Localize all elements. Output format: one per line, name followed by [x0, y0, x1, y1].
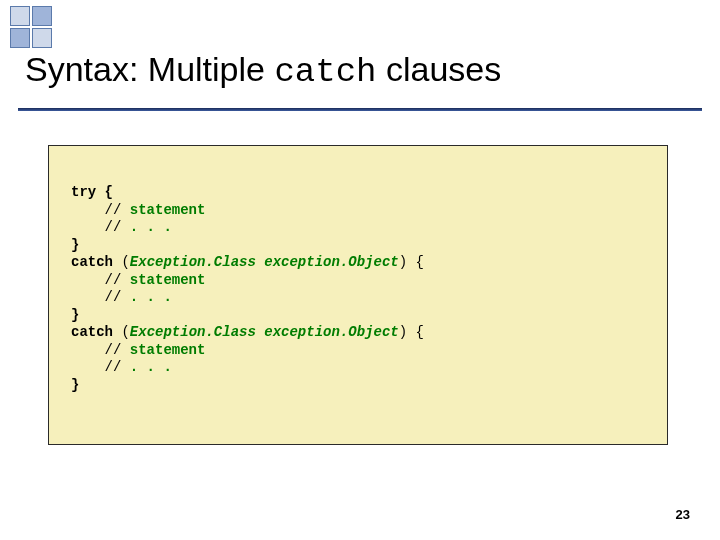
- code-space: [256, 324, 264, 340]
- code-ellipsis: . . .: [130, 219, 172, 235]
- code-indent: //: [71, 342, 130, 358]
- title-suffix: clauses: [376, 50, 501, 88]
- code-statement: statement: [130, 202, 206, 218]
- code-keyword: catch: [71, 324, 121, 340]
- code-indent: //: [71, 289, 130, 305]
- code-paren: (: [121, 324, 129, 340]
- code-paren: (: [121, 254, 129, 270]
- code-line: }: [71, 237, 79, 253]
- title-mono: catch: [274, 53, 376, 91]
- corner-decoration: [10, 6, 74, 48]
- code-indent: //: [71, 202, 130, 218]
- code-line: }: [71, 377, 79, 393]
- page-number: 23: [676, 507, 690, 522]
- code-line: }: [71, 307, 79, 323]
- title-underline: [18, 108, 702, 111]
- code-paren: ) {: [399, 254, 424, 270]
- title-prefix: Syntax: Multiple: [25, 50, 274, 88]
- code-keyword: catch: [71, 254, 121, 270]
- slide: Syntax: Multiple catch clauses try { // …: [0, 0, 720, 540]
- code-space: [256, 254, 264, 270]
- code-exception-object: exception.Object: [264, 254, 398, 270]
- code-paren: ) {: [399, 324, 424, 340]
- code-ellipsis: . . .: [130, 359, 172, 375]
- code-box: try { // statement // . . . } catch (Exc…: [48, 145, 668, 445]
- code-ellipsis: . . .: [130, 289, 172, 305]
- code-statement: statement: [130, 342, 206, 358]
- code-block: try { // statement // . . . } catch (Exc…: [71, 184, 645, 394]
- code-exception-object: exception.Object: [264, 324, 398, 340]
- code-exception-class: Exception.Class: [130, 324, 256, 340]
- code-indent: //: [71, 272, 130, 288]
- code-statement: statement: [130, 272, 206, 288]
- code-exception-class: Exception.Class: [130, 254, 256, 270]
- code-indent: //: [71, 219, 130, 235]
- code-line: try {: [71, 184, 113, 200]
- code-indent: //: [71, 359, 130, 375]
- slide-title: Syntax: Multiple catch clauses: [25, 50, 695, 91]
